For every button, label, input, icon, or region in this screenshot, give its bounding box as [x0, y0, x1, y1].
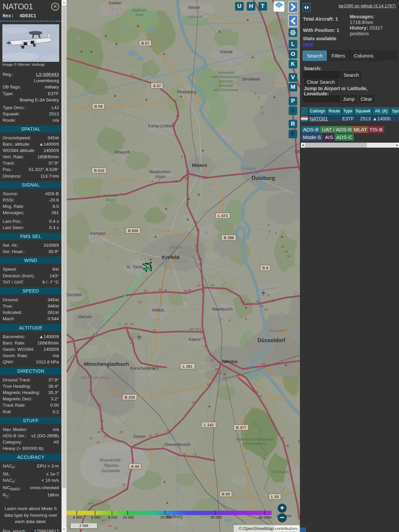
svg-text:Mönchengladbach: Mönchengladbach — [84, 361, 129, 367]
svg-text:10: 10 — [101, 519, 105, 522]
svg-text:Insel: Insel — [135, 13, 143, 17]
svg-text:und Rheinvorland: und Rheinvorland — [211, 75, 240, 79]
svg-text:Viersen: Viersen — [78, 315, 92, 319]
svg-text:Süchteln: Süchteln — [66, 293, 82, 297]
svg-text:Vluyn: Vluyn — [155, 175, 165, 179]
svg-text:Krefeld: Krefeld — [170, 245, 182, 249]
svg-text:13: 13 — [281, 245, 284, 248]
svg-text:12: 12 — [149, 434, 152, 437]
svg-text:21: 21 — [260, 305, 264, 308]
svg-text:⚔: ⚔ — [126, 472, 130, 476]
svg-text:13: 13 — [198, 328, 201, 331]
svg-text:10: 10 — [204, 175, 207, 179]
svg-text:Lippeaue: Lippeaue — [187, 15, 202, 19]
svg-text:16: 16 — [125, 487, 129, 490]
svg-text:Moers: Moers — [192, 162, 207, 168]
svg-text:27: 27 — [197, 284, 200, 287]
svg-text:3: 3 — [178, 452, 180, 455]
svg-text:L 142: L 142 — [204, 423, 213, 427]
svg-text:B 59: B 59 — [222, 492, 230, 496]
svg-text:22: 22 — [236, 374, 239, 377]
svg-text:24: 24 — [258, 394, 262, 398]
svg-text:16: 16 — [218, 372, 221, 375]
svg-text:Düsseldorf: Düsseldorf — [257, 337, 285, 343]
svg-text:Voerde: Voerde — [219, 50, 233, 54]
svg-text:L 473: L 473 — [218, 214, 227, 218]
svg-text:Tagebau: Tagebau — [103, 463, 119, 468]
svg-text:Rheurdt: Rheurdt — [115, 150, 130, 155]
svg-text:10: 10 — [186, 170, 189, 173]
svg-text:Waldnaturschutzgebiet: Waldnaturschutzgebiet — [236, 437, 273, 441]
svg-text:8: 8 — [173, 122, 174, 125]
svg-text:26: 26 — [188, 289, 192, 292]
svg-text:12: 12 — [155, 432, 158, 436]
svg-text:13: 13 — [166, 429, 170, 433]
svg-text:17: 17 — [202, 336, 205, 340]
svg-text:25: 25 — [281, 437, 285, 440]
svg-text:B 57: B 57 — [141, 41, 149, 45]
svg-text:Duisburg: Duisburg — [241, 166, 256, 170]
svg-text:11: 11 — [185, 202, 188, 206]
svg-text:9: 9 — [77, 350, 79, 354]
svg-text:Dinslaken: Dinslaken — [242, 77, 260, 81]
svg-text:Eversael: Eversael — [219, 83, 233, 87]
svg-text:14: 14 — [198, 257, 201, 260]
svg-text:L 93: L 93 — [271, 495, 279, 499]
svg-text:22: 22 — [264, 308, 268, 311]
svg-text:B 288: B 288 — [224, 236, 234, 240]
svg-text:Braunkohle-: Braunkohle- — [100, 458, 122, 463]
svg-text:Neukirchen-: Neukirchen- — [149, 170, 171, 174]
svg-text:24: 24 — [144, 289, 147, 292]
svg-text:Willich: Willich — [152, 308, 164, 313]
svg-text:12: 12 — [89, 389, 92, 393]
svg-text:4 000: 4 000 — [73, 515, 82, 519]
svg-text:40 000+: 40 000+ — [259, 515, 272, 519]
svg-text:8: 8 — [173, 127, 174, 130]
svg-text:25: 25 — [163, 289, 167, 292]
svg-text:9: 9 — [285, 77, 287, 81]
svg-text:28: 28 — [210, 284, 214, 287]
svg-text:Mönchengladbach: Mönchengladbach — [81, 375, 109, 379]
svg-text:25: 25 — [158, 288, 162, 291]
svg-text:Duisburg: Duisburg — [252, 175, 275, 181]
svg-text:16: 16 — [114, 527, 118, 530]
svg-text:23: 23 — [267, 364, 271, 367]
svg-text:27: 27 — [201, 284, 205, 287]
svg-text:21: 21 — [222, 372, 226, 376]
svg-text:30: 30 — [256, 300, 259, 303]
svg-text:L 381: L 381 — [183, 364, 193, 368]
svg-text:12: 12 — [196, 228, 200, 231]
svg-text:16: 16 — [108, 524, 112, 528]
svg-text:Kempen: Kempen — [90, 231, 106, 236]
svg-text:3: 3 — [220, 318, 221, 321]
svg-text:Garzweiler: Garzweiler — [101, 468, 120, 473]
svg-text:Krefeld: Krefeld — [162, 254, 179, 260]
svg-text:8: 8 — [274, 56, 276, 59]
svg-text:9: 9 — [96, 332, 97, 335]
svg-text:25: 25 — [285, 444, 289, 448]
svg-text:11: 11 — [96, 441, 99, 444]
svg-text:3: 3 — [260, 105, 262, 109]
svg-text:15: 15 — [201, 290, 205, 293]
svg-text:31: 31 — [267, 294, 270, 297]
svg-text:29: 29 — [241, 300, 245, 304]
svg-text:12: 12 — [190, 327, 194, 331]
svg-text:und Ossenberg: und Ossenberg — [213, 88, 238, 92]
svg-text:30 000: 30 000 — [210, 515, 222, 519]
svg-text:4: 4 — [228, 319, 230, 322]
svg-text:6 000: 6 000 — [91, 515, 100, 519]
svg-text:zwischen: zwischen — [218, 79, 233, 83]
svg-text:Rheinberg: Rheinberg — [177, 90, 196, 94]
svg-text:20 000: 20 000 — [160, 515, 172, 519]
svg-text:23: 23 — [261, 362, 265, 365]
svg-text:11: 11 — [89, 437, 92, 440]
svg-text:10: 10 — [130, 323, 133, 326]
svg-text:15: 15 — [120, 430, 123, 434]
svg-text:Meerbusch: Meerbusch — [212, 307, 233, 312]
svg-text:9: 9 — [181, 155, 182, 158]
svg-text:9: 9 — [88, 502, 90, 505]
svg-text:21: 21 — [130, 341, 133, 344]
svg-text:Neuss: Neuss — [222, 358, 238, 364]
svg-text:8: 8 — [182, 175, 184, 179]
svg-text:Grevenbroich: Grevenbroich — [165, 442, 190, 447]
